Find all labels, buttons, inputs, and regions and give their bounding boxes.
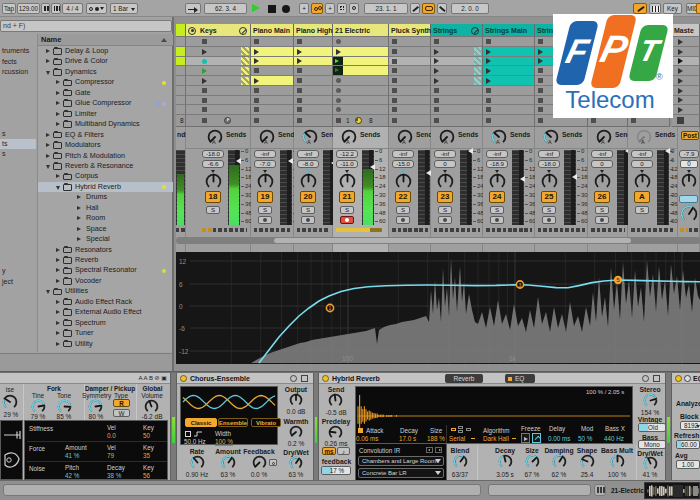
browser-item-audio-effect-rack[interactable]: Audio Effect Rack <box>38 297 173 307</box>
clip-slot[interactable] <box>294 37 333 47</box>
clip-slot[interactable] <box>483 66 535 76</box>
clip-slot[interactable] <box>186 76 251 86</box>
solo-button[interactable]: S <box>396 206 410 214</box>
browser-item-compressor[interactable]: Compressor <box>38 77 173 87</box>
browser-item-vocoder[interactable]: Vocoder <box>38 276 173 286</box>
tree-collapsed-arrow-icon[interactable] <box>56 122 60 126</box>
track-header-maste[interactable]: Maste <box>672 24 700 37</box>
arm-button[interactable] <box>490 216 504 224</box>
track-number-button[interactable]: 21 <box>339 191 355 203</box>
knob-value[interactable]: 0.90 Hz <box>181 471 213 478</box>
tab-reverb[interactable]: Reverb <box>445 374 483 383</box>
dry-wet-knob[interactable] <box>643 456 658 471</box>
draw-mode-button[interactable] <box>633 3 647 14</box>
tree-expanded-arrow-icon[interactable] <box>46 71 50 75</box>
browser-item-gate[interactable]: Gate <box>38 88 173 98</box>
track-hatch-icon[interactable] <box>239 27 247 35</box>
param-value[interactable]: 79 <box>107 452 114 459</box>
solo-button[interactable]: S <box>635 206 649 214</box>
clip-slot[interactable] <box>251 105 294 115</box>
solo-button[interactable]: S <box>542 206 556 214</box>
track-number-button[interactable]: 18 <box>205 191 221 203</box>
device-chorus-titlebar[interactable]: Chorus-Ensemble <box>177 373 313 384</box>
amount-knob[interactable] <box>221 455 236 470</box>
clip-slot[interactable] <box>176 105 186 115</box>
tree-collapsed-arrow-icon[interactable] <box>46 143 50 147</box>
knob-value[interactable]: 0.0 % <box>243 471 275 478</box>
width-value[interactable]: 100 % <box>215 438 233 446</box>
track-header-strings-main[interactable]: Strings Main <box>483 24 535 37</box>
bass-mono-select[interactable]: Mono <box>638 440 666 449</box>
scene-launch-icon[interactable] <box>678 78 683 84</box>
routing-icons[interactable] <box>451 426 475 433</box>
warmth-knob[interactable] <box>289 425 303 439</box>
clip-slot[interactable] <box>431 37 483 47</box>
volume-fader[interactable] <box>280 150 292 225</box>
predelay-value[interactable]: 0.26 ms <box>321 440 351 447</box>
sidebar-category-ts[interactable]: ts <box>0 139 36 149</box>
clip-slot[interactable] <box>672 76 700 86</box>
solo-button[interactable]: S <box>490 206 504 214</box>
track-number-button[interactable]: A <box>634 191 650 203</box>
solo-button[interactable]: S <box>438 206 452 214</box>
track-header-keys[interactable]: Keys <box>186 24 251 37</box>
clip-slot[interactable] <box>672 86 700 96</box>
clip-slot[interactable] <box>251 47 294 57</box>
clip-slot[interactable] <box>483 86 535 96</box>
solo-button[interactable]: S <box>340 206 354 214</box>
arm-button[interactable] <box>542 216 556 224</box>
device-electric-titlebar[interactable]: A A B ⊘ ▣ <box>0 373 170 384</box>
mode-button-vibrato[interactable]: Vibrato <box>251 418 281 427</box>
clip-slot[interactable] <box>389 47 431 57</box>
freeze-button[interactable] <box>521 433 530 443</box>
clip-slot[interactable] <box>333 66 389 76</box>
clip-slot[interactable] <box>431 47 483 57</box>
tree-collapsed-arrow-icon[interactable] <box>77 216 81 220</box>
group-fold-icon[interactable] <box>188 27 196 35</box>
tab-eq[interactable]: EQ <box>505 374 535 383</box>
browser-item-resonators[interactable]: Resonators <box>38 245 173 255</box>
hot-swap-icon[interactable] <box>642 375 649 382</box>
tree-collapsed-arrow-icon[interactable] <box>56 80 60 84</box>
sidebar-category-rcussion[interactable]: rcussion <box>0 67 36 77</box>
track-hatch-icon[interactable] <box>471 27 479 35</box>
browser-item-spectrum[interactable]: Spectrum <box>38 318 173 328</box>
save-preset-icon[interactable] <box>301 375 308 382</box>
clip-play-icon[interactable] <box>486 78 491 84</box>
size-value[interactable]: 188 % <box>427 435 445 442</box>
damping-knob[interactable] <box>552 454 567 469</box>
predelay-knob[interactable] <box>328 425 343 440</box>
clip-stop-icon[interactable] <box>254 118 259 123</box>
browser-item-dynamics[interactable]: Dynamics <box>38 67 173 77</box>
browser-item-utility[interactable]: Utility <box>38 339 173 349</box>
decay-knob[interactable] <box>498 454 513 469</box>
browser-item-reverb[interactable]: Reverb <box>38 255 173 265</box>
tree-collapsed-arrow-icon[interactable] <box>56 300 60 304</box>
pan-knob[interactable] <box>339 173 356 190</box>
session-hscrollbar-thumb[interactable] <box>274 238 631 243</box>
tree-expanded-arrow-icon[interactable] <box>56 186 60 190</box>
track-volume-display[interactable]: -18.0 <box>538 160 560 168</box>
capture-midi-button[interactable]: + <box>325 3 335 14</box>
clip-slot[interactable] <box>333 96 389 106</box>
clip-slot[interactable] <box>186 105 251 115</box>
pan-knob[interactable] <box>205 173 222 190</box>
eq-spectrum-display[interactable]: 1351260-6-121001k <box>176 252 700 364</box>
clip-stop-icon[interactable] <box>392 118 397 123</box>
eq-curve-and-spectrum[interactable]: 135 <box>176 252 700 364</box>
search-input[interactable]: nd + F) <box>0 20 172 32</box>
clip-playing-button[interactable] <box>333 66 343 75</box>
browser-item-pitch-modulation[interactable]: Pitch & Modulation <box>38 151 173 161</box>
arrangement-position-display[interactable]: 62. 3. 4 <box>204 3 247 14</box>
clip-waveform-thumbnail[interactable] <box>644 482 700 499</box>
clip-slot[interactable] <box>483 47 535 57</box>
peak-level-display[interactable]: -18.0 <box>202 150 224 158</box>
hot-swap-icon[interactable] <box>290 375 297 382</box>
rate-display[interactable]: 50.0 Hz <box>184 438 206 445</box>
blend-knob[interactable] <box>453 454 468 469</box>
knob-value[interactable]: 79 % <box>24 413 52 420</box>
peak-level-display[interactable]: -inf <box>434 150 456 158</box>
feedback-box[interactable]: 17 % <box>321 466 351 475</box>
knob-value[interactable]: 63 % <box>212 471 244 478</box>
volume-fader[interactable] <box>176 150 185 225</box>
